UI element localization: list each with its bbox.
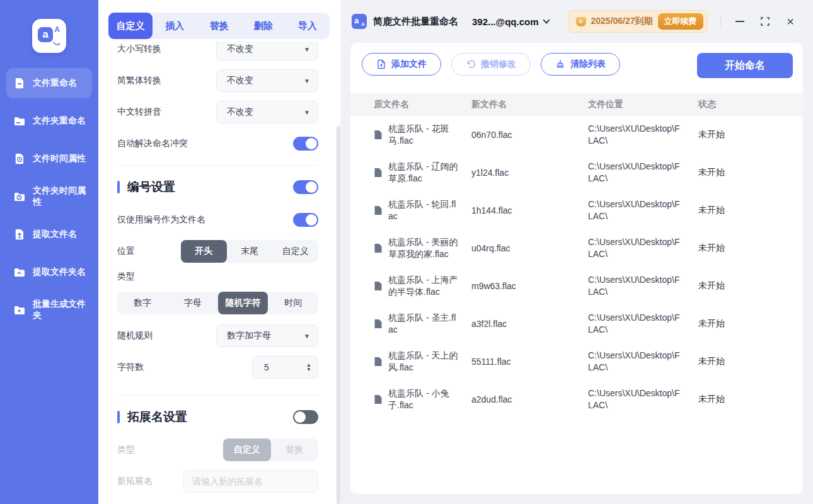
position-option-end[interactable]: 末尾 bbox=[227, 240, 273, 263]
file-location: C:\Users\XU\Desktop\FLAC\ bbox=[588, 161, 684, 185]
chevron-down-icon: ▼ bbox=[304, 77, 310, 84]
file-location: C:\Users\XU\Desktop\FLAC\ bbox=[588, 312, 684, 336]
only-number-toggle[interactable] bbox=[293, 213, 318, 227]
extension-section-title: 拓展名设置 bbox=[127, 409, 293, 425]
numbering-section-header: 编号设置 bbox=[117, 178, 318, 196]
divider bbox=[117, 395, 318, 396]
tab-custom[interactable]: 自定义 bbox=[108, 13, 153, 39]
sidebar-item-label: 文件时间属性 bbox=[33, 153, 86, 164]
traditional-conversion-select[interactable]: 不改变 ▼ bbox=[216, 69, 318, 92]
add-file-icon bbox=[376, 59, 386, 69]
new-extension-row: 新拓展名 bbox=[117, 470, 318, 493]
type-label: 类型 bbox=[117, 271, 135, 282]
batch-create-folder-icon bbox=[13, 303, 26, 317]
status: 未开始 bbox=[698, 394, 803, 405]
chevron-down-icon: ▼ bbox=[304, 109, 310, 116]
file-location: C:\Users\XU\Desktop\FLAC\ bbox=[588, 123, 684, 147]
extension-type-option-custom[interactable]: 自定义 bbox=[223, 438, 271, 461]
extension-type-option-replace[interactable]: 替换 bbox=[271, 438, 319, 461]
sidebar-item-extract-foldername[interactable]: 提取文件夹名 bbox=[6, 257, 92, 287]
file-rename-icon bbox=[13, 76, 26, 90]
type-option-time[interactable]: 时间 bbox=[268, 292, 318, 314]
tab-import[interactable]: 导入 bbox=[285, 13, 330, 39]
file-list-card: 添加文件 撤销修改 清除列表 开始命名 原文件名 新文件名 文件位置 状态 bbox=[350, 43, 803, 494]
broom-icon bbox=[555, 59, 565, 69]
swap-arrow-icon bbox=[53, 41, 61, 47]
table-row[interactable]: 杭盖乐队 - 圣主.flac a3f2l.flac C:\Users\XU\De… bbox=[350, 305, 803, 343]
position-option-custom[interactable]: 自定义 bbox=[272, 240, 318, 263]
column-header-location: 文件位置 bbox=[588, 99, 698, 110]
clear-list-button[interactable]: 清除列表 bbox=[541, 53, 620, 76]
table-row[interactable]: 杭盖乐队 - 上海产的半导体.flac m9w63.flac C:\Users\… bbox=[350, 267, 803, 305]
only-number-row: 仅使用编号作为文件名 bbox=[117, 209, 318, 231]
pinyin-conversion-row: 中文转拼音 不改变 ▼ bbox=[117, 101, 318, 123]
tab-delete[interactable]: 删除 bbox=[241, 13, 285, 39]
type-option-letter[interactable]: 字母 bbox=[168, 292, 218, 314]
tab-replace[interactable]: 替换 bbox=[197, 13, 241, 39]
conflict-toggle[interactable] bbox=[293, 137, 318, 151]
window-controls: × bbox=[720, 11, 800, 32]
random-rule-select[interactable]: 数字加字母 ▼ bbox=[216, 324, 318, 347]
sidebar-item-folder-time[interactable]: 文件夹时间属性 bbox=[6, 181, 92, 212]
toolbar: 添加文件 撤销修改 清除列表 开始命名 bbox=[350, 43, 803, 93]
table-row[interactable]: 杭盖乐队 - 轮回.flac 1h144.flac C:\Users\XU\De… bbox=[350, 192, 803, 229]
position-option-start[interactable]: 开头 bbox=[181, 240, 227, 263]
sidebar-item-folder-rename[interactable]: 文件夹重命名 bbox=[6, 106, 92, 136]
settings-scrollbar[interactable] bbox=[337, 126, 340, 504]
tab-insert[interactable]: 插入 bbox=[153, 13, 197, 39]
minimize-button[interactable] bbox=[730, 11, 750, 32]
undo-button[interactable]: 撤销修改 bbox=[451, 53, 531, 76]
pinyin-conversion-label: 中文转拼音 bbox=[117, 106, 161, 118]
table-row[interactable]: 杭盖乐队 - 花斑马.flac 06n70.flac C:\Users\XU\D… bbox=[350, 116, 803, 154]
extension-section-header: 拓展名设置 bbox=[117, 408, 318, 426]
case-conversion-select[interactable]: 不改变 ▼ bbox=[216, 42, 318, 60]
divider bbox=[117, 165, 318, 166]
pinyin-conversion-select[interactable]: 不改变 ▼ bbox=[216, 101, 318, 123]
new-filename: 55111.flac bbox=[471, 356, 588, 368]
license-badge: V 2025/06/27到期 立即续费 bbox=[568, 10, 708, 33]
close-button[interactable]: × bbox=[780, 11, 800, 32]
sidebar-menu: 文件重命名 文件夹重命名 文件时间属性 文件夹时间属性 bbox=[0, 68, 98, 333]
sidebar-item-batch-create-folder[interactable]: 批量生成文件夹 bbox=[6, 295, 92, 325]
type-option-number[interactable]: 数字 bbox=[117, 292, 168, 314]
new-filename: 06n70.flac bbox=[471, 129, 588, 141]
extension-toggle[interactable] bbox=[293, 410, 318, 424]
status: 未开始 bbox=[698, 129, 803, 140]
sidebar-item-extract-filename[interactable]: 提取文件名 bbox=[6, 219, 92, 249]
table-row[interactable]: 杭盖乐队 - 美丽的草原我的家.flac u04rq.flac C:\Users… bbox=[350, 229, 803, 267]
extension-type-label: 类型 bbox=[117, 444, 135, 455]
new-filename: y1l24.flac bbox=[471, 167, 588, 179]
table-row[interactable]: 杭盖乐队 - 天上的风.flac 55111.flac C:\Users\XU\… bbox=[350, 343, 803, 381]
table-row[interactable]: 杭盖乐队 - 小兔子.flac a2dud.flac C:\Users\XU\D… bbox=[350, 381, 803, 418]
file-location: C:\Users\XU\Desktop\FLAC\ bbox=[588, 198, 684, 222]
minimize-icon bbox=[735, 21, 744, 22]
case-conversion-label: 大小写转换 bbox=[117, 43, 161, 55]
file-table: 杭盖乐队 - 花斑马.flac 06n70.flac C:\Users\XU\D… bbox=[350, 116, 803, 494]
license-expiry: 2025/06/27到期 bbox=[591, 16, 653, 27]
chevron-down-icon: ▼ bbox=[304, 333, 310, 340]
new-extension-input[interactable] bbox=[183, 470, 318, 493]
table-row[interactable]: 杭盖乐队 - 辽阔的草原.flac y1l24.flac C:\Users\XU… bbox=[350, 154, 803, 192]
type-option-random[interactable]: 随机字符 bbox=[218, 292, 268, 314]
original-filename: 杭盖乐队 - 天上的风.flac bbox=[388, 350, 459, 374]
account-menu[interactable]: 392...@qq.com bbox=[472, 16, 549, 27]
divider bbox=[720, 16, 721, 26]
app-logo-icon: a A bbox=[32, 19, 66, 53]
numbering-toggle[interactable] bbox=[293, 180, 318, 194]
sidebar-item-file-rename[interactable]: 文件重命名 bbox=[6, 68, 92, 98]
table-header: 原文件名 新文件名 文件位置 状态 bbox=[350, 93, 803, 116]
sidebar-item-file-time[interactable]: 文件时间属性 bbox=[6, 144, 92, 174]
stepper-down-icon[interactable]: ▼ bbox=[306, 367, 311, 372]
renew-button[interactable]: 立即续费 bbox=[658, 13, 703, 30]
char-count-stepper[interactable]: 5 ▲▼ bbox=[252, 356, 318, 379]
only-number-label: 仅使用编号作为文件名 bbox=[117, 214, 205, 226]
main-panel: aA 简鹿文件批量重命名 392...@qq.com V 2025/06/27到… bbox=[340, 0, 813, 504]
status: 未开始 bbox=[698, 205, 803, 216]
add-files-button[interactable]: 添加文件 bbox=[362, 53, 441, 76]
file-icon bbox=[374, 281, 383, 291]
sidebar-item-label: 文件重命名 bbox=[33, 77, 77, 89]
file-time-icon bbox=[13, 152, 26, 166]
start-rename-button[interactable]: 开始命名 bbox=[697, 53, 793, 78]
maximize-button[interactable] bbox=[755, 11, 775, 32]
position-label: 位置 bbox=[117, 246, 135, 257]
